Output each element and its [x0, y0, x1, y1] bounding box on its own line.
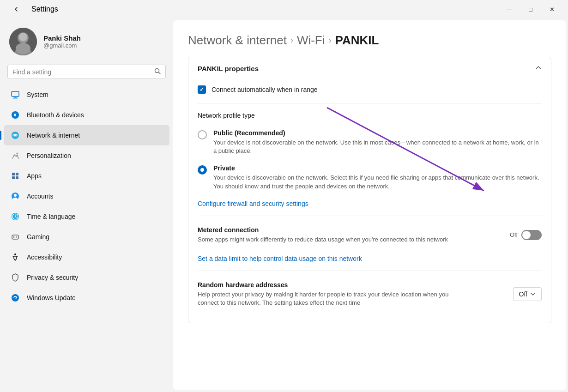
- firewall-link[interactable]: Configure firewall and security settings: [198, 195, 308, 212]
- sidebar-item-label-system: System: [27, 91, 48, 98]
- sidebar-item-accessibility[interactable]: Accessibility: [4, 247, 169, 267]
- network-profile-label: Network profile type: [198, 107, 542, 125]
- metered-toggle-label: Off: [510, 231, 518, 238]
- checkbox-check-icon: ✓: [199, 86, 204, 93]
- back-button[interactable]: [6, 2, 27, 17]
- sidebar-item-accounts[interactable]: Accounts: [4, 186, 169, 206]
- properties-header[interactable]: PANKIL properties: [188, 57, 551, 80]
- personalization-icon: [10, 151, 20, 161]
- sidebar-item-privacy[interactable]: Privacy & security: [4, 267, 169, 288]
- sidebar-item-label-accessibility: Accessibility: [27, 253, 62, 261]
- search-box[interactable]: [7, 65, 166, 79]
- private-radio-title: Private: [213, 164, 542, 172]
- hardware-addresses-title: Random hardware addresses: [198, 281, 513, 289]
- metered-toggle-thumb: [522, 231, 531, 239]
- minimize-button[interactable]: —: [499, 2, 520, 17]
- hardware-addresses-left: Random hardware addresses Help protect y…: [198, 281, 513, 307]
- sidebar-item-system[interactable]: System: [4, 84, 169, 105]
- metered-toggle[interactable]: [521, 230, 542, 240]
- nav-list: System Bluetooth & devices: [0, 84, 173, 392]
- apps-icon: [10, 171, 20, 181]
- content-body: PANKIL properties ✓ Connect automaticall…: [173, 57, 566, 390]
- svg-point-21: [13, 198, 18, 200]
- hardware-addresses-desc: Help protect your privacy by making it h…: [198, 290, 465, 307]
- sidebar-item-label-personalization: Personalization: [27, 152, 71, 159]
- user-email: @gmail.com: [43, 42, 81, 49]
- breadcrumb-sep1: ›: [290, 36, 293, 45]
- gaming-icon: [10, 232, 20, 242]
- sidebar-item-label-accounts: Accounts: [27, 193, 54, 200]
- title-bar-left: Settings: [6, 2, 58, 17]
- metered-connection-desc: Some apps might work differently to redu…: [198, 235, 465, 244]
- public-radio-button[interactable]: [198, 130, 207, 139]
- sidebar: Panki Shah @gmail.com: [0, 18, 173, 392]
- system-icon: [10, 90, 20, 100]
- sidebar-item-personalization[interactable]: Personalization: [4, 145, 169, 166]
- user-section: Panki Shah @gmail.com: [0, 18, 173, 63]
- update-icon: [10, 293, 20, 303]
- divider1: [198, 103, 542, 103]
- svg-point-4: [19, 33, 27, 41]
- svg-rect-18: [16, 176, 18, 179]
- close-button[interactable]: ✕: [541, 2, 562, 17]
- svg-point-20: [14, 194, 17, 197]
- avatar: [9, 28, 37, 55]
- svg-point-29: [16, 237, 17, 238]
- chevron-up-icon: [535, 65, 542, 72]
- metered-connection-right: Off: [510, 230, 542, 240]
- svg-point-5: [16, 43, 30, 54]
- sidebar-item-label-privacy: Privacy & security: [27, 274, 78, 281]
- properties-content: ✓ Connect automatically when in range Ne…: [188, 80, 551, 323]
- hardware-addresses-right: Off: [513, 287, 542, 301]
- svg-point-31: [12, 294, 19, 302]
- metered-connection-title: Metered connection: [198, 226, 510, 234]
- sidebar-item-network[interactable]: Network & internet: [4, 125, 169, 145]
- chevron-down-icon: [530, 291, 536, 297]
- accessibility-icon: [10, 252, 20, 262]
- public-radio-desc: Your device is not discoverable on the n…: [213, 139, 542, 155]
- sidebar-item-label-network: Network & internet: [27, 132, 80, 139]
- private-radio-button[interactable]: [198, 165, 207, 175]
- hardware-dropdown-value: Off: [519, 290, 527, 298]
- time-icon: [10, 211, 20, 222]
- sidebar-item-label-time: Time & language: [27, 213, 75, 220]
- svg-rect-15: [12, 173, 15, 175]
- private-radio-option: Private Your device is discoverable on t…: [198, 160, 542, 195]
- metered-connection-row: Metered connection Some apps might work …: [198, 220, 542, 250]
- bluetooth-icon: [10, 110, 20, 120]
- private-radio-text: Private Your device is discoverable on t…: [213, 164, 542, 190]
- app-title: Settings: [31, 5, 58, 13]
- hardware-addresses-row: Random hardware addresses Help protect y…: [198, 275, 542, 314]
- sidebar-item-update[interactable]: Windows Update: [4, 288, 169, 308]
- sidebar-item-apps[interactable]: Apps: [4, 166, 169, 186]
- metered-connection-left: Metered connection Some apps might work …: [198, 226, 510, 244]
- connect-auto-checkbox[interactable]: ✓: [198, 85, 206, 94]
- properties-header-title: PANKIL properties: [198, 65, 259, 72]
- sidebar-item-time[interactable]: Time & language: [4, 206, 169, 227]
- title-bar: Settings — □ ✕: [0, 0, 568, 18]
- breadcrumb-part2[interactable]: Wi-Fi: [297, 33, 325, 48]
- sidebar-item-gaming[interactable]: Gaming: [4, 227, 169, 247]
- search-icon: [154, 68, 161, 76]
- data-limit-link[interactable]: Set a data limit to help control data us…: [198, 250, 362, 267]
- connect-auto-row: ✓ Connect automatically when in range: [198, 80, 542, 99]
- privacy-icon: [10, 272, 20, 283]
- maximize-button[interactable]: □: [520, 2, 541, 17]
- public-radio-text: Public (Recommended) Your device is not …: [213, 129, 542, 155]
- sidebar-item-bluetooth[interactable]: Bluetooth & devices: [4, 105, 169, 125]
- search-input[interactable]: [12, 68, 151, 76]
- user-name: Panki Shah: [43, 34, 81, 42]
- public-radio-title: Public (Recommended): [213, 129, 542, 137]
- svg-rect-16: [16, 173, 18, 175]
- svg-point-14: [17, 153, 18, 154]
- svg-rect-17: [12, 176, 15, 179]
- user-info: Panki Shah @gmail.com: [43, 34, 81, 49]
- sidebar-item-label-apps: Apps: [27, 172, 42, 180]
- content-area: Network & internet › Wi-Fi › PANKIL PANK…: [173, 20, 566, 390]
- hardware-dropdown[interactable]: Off: [513, 287, 542, 301]
- public-radio-option: Public (Recommended) Your device is not …: [198, 125, 542, 160]
- breadcrumb-part1[interactable]: Network & internet: [188, 33, 287, 48]
- svg-point-30: [14, 253, 16, 255]
- title-bar-controls: — □ ✕: [499, 2, 562, 17]
- sidebar-item-label-gaming: Gaming: [27, 233, 49, 241]
